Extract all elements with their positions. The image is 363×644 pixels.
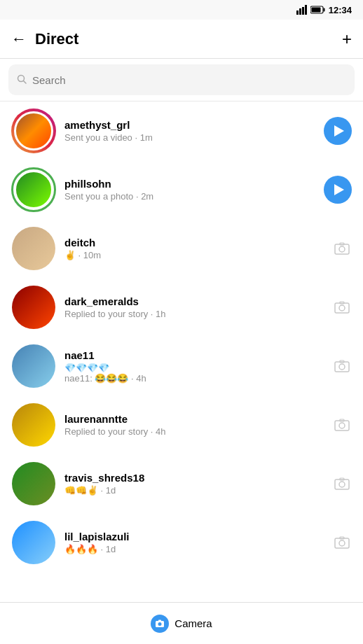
message-preview: ✌️ · 10m bbox=[64, 250, 325, 260]
avatar-story-ring-green bbox=[11, 167, 56, 212]
svg-point-16 bbox=[339, 364, 345, 370]
search-bar bbox=[8, 64, 355, 95]
message-preview-line2: nae11: 😂😂😂 · 4h bbox=[64, 373, 325, 384]
status-bar: 12:34 bbox=[0, 0, 363, 20]
message-username: travis_shreds18 bbox=[64, 472, 325, 484]
battery-icon bbox=[310, 6, 326, 14]
svg-line-8 bbox=[24, 80, 27, 83]
message-username: laurenanntte bbox=[64, 413, 325, 425]
camera-bar[interactable]: Camera bbox=[0, 602, 363, 644]
message-preview: 🔥🔥🔥 · 1d bbox=[64, 544, 325, 554]
list-item[interactable]: deitch ✌️ · 10m bbox=[0, 219, 363, 278]
play-button[interactable] bbox=[324, 176, 352, 204]
message-content: dark_emeralds Replied to your story · 1h bbox=[64, 295, 325, 319]
camera-bottom-icon bbox=[151, 615, 169, 633]
svg-point-13 bbox=[339, 305, 345, 311]
message-username: dark_emeralds bbox=[64, 295, 325, 307]
back-button[interactable]: ← bbox=[11, 30, 27, 48]
message-preview: Sent you a photo · 2m bbox=[64, 191, 317, 202]
status-icons: 12:34 bbox=[296, 5, 352, 15]
new-message-button[interactable]: + bbox=[342, 29, 352, 49]
avatar-container bbox=[11, 108, 56, 153]
svg-rect-5 bbox=[323, 8, 324, 12]
avatar bbox=[12, 462, 55, 505]
message-preview: Replied to your story · 1h bbox=[64, 309, 325, 319]
camera-icon[interactable] bbox=[332, 356, 352, 376]
message-content: nae11 💎💎💎💎 nae11: 😂😂😂 · 4h bbox=[64, 349, 325, 384]
svg-rect-1 bbox=[299, 8, 301, 15]
svg-rect-6 bbox=[311, 8, 320, 13]
signal-icon bbox=[296, 5, 308, 15]
list-item[interactable]: dark_emeralds Replied to your story · 1h bbox=[0, 278, 363, 337]
avatar bbox=[12, 286, 55, 329]
message-list: amethyst_grl Sent you a video · 1m phill… bbox=[0, 102, 363, 603]
svg-rect-24 bbox=[335, 538, 349, 548]
message-content: amethyst_grl Sent you a video · 1m bbox=[64, 119, 317, 143]
svg-rect-9 bbox=[335, 244, 349, 254]
avatar-container bbox=[11, 285, 56, 330]
svg-point-22 bbox=[339, 482, 345, 487]
search-input[interactable] bbox=[32, 74, 346, 86]
svg-rect-2 bbox=[302, 7, 304, 15]
status-time: 12:34 bbox=[329, 5, 352, 15]
camera-icon[interactable] bbox=[332, 415, 352, 435]
message-username: phillsohn bbox=[64, 178, 317, 190]
list-item[interactable]: nae11 💎💎💎💎 nae11: 😂😂😂 · 4h bbox=[0, 337, 363, 396]
avatar bbox=[14, 170, 53, 209]
svg-rect-0 bbox=[296, 10, 299, 15]
list-item[interactable]: travis_shreds18 👊👊✌️ · 1d bbox=[0, 454, 363, 513]
play-icon bbox=[334, 125, 344, 136]
list-item[interactable]: lil_lapislazuli 🔥🔥🔥 · 1d bbox=[0, 513, 363, 572]
svg-point-10 bbox=[339, 246, 345, 252]
avatar-story-ring bbox=[11, 108, 56, 153]
avatar-container bbox=[11, 520, 56, 565]
avatar bbox=[12, 344, 55, 388]
avatar-wrap bbox=[11, 167, 56, 212]
svg-rect-12 bbox=[335, 303, 349, 313]
avatar-container bbox=[11, 167, 56, 212]
avatar-container bbox=[11, 226, 56, 271]
svg-point-19 bbox=[339, 423, 345, 428]
svg-rect-3 bbox=[305, 5, 307, 15]
page-title: Direct bbox=[35, 30, 342, 48]
svg-rect-21 bbox=[335, 479, 349, 489]
search-icon bbox=[17, 74, 27, 86]
message-content: phillsohn Sent you a photo · 2m bbox=[64, 178, 317, 202]
avatar-container bbox=[11, 344, 56, 388]
message-preview-line1: 💎💎💎💎 bbox=[64, 363, 325, 373]
list-item[interactable]: laurenanntte Replied to your story · 4h bbox=[0, 396, 363, 454]
avatar bbox=[12, 227, 55, 270]
list-item[interactable]: amethyst_grl Sent you a video · 1m bbox=[0, 102, 363, 160]
avatar-container bbox=[11, 402, 56, 447]
header: ← Direct + bbox=[0, 20, 363, 59]
camera-icon[interactable] bbox=[332, 298, 352, 317]
avatar bbox=[12, 521, 55, 564]
message-preview: Sent you a video · 1m bbox=[64, 132, 317, 143]
svg-rect-29 bbox=[158, 620, 161, 621]
camera-icon[interactable] bbox=[332, 474, 352, 493]
camera-icon[interactable] bbox=[332, 533, 352, 552]
svg-rect-18 bbox=[335, 421, 349, 430]
message-preview: 👊👊✌️ · 1d bbox=[64, 485, 325, 496]
message-content: deitch ✌️ · 10m bbox=[64, 237, 325, 260]
play-icon bbox=[334, 184, 344, 195]
camera-label: Camera bbox=[174, 617, 212, 629]
message-username: deitch bbox=[64, 237, 325, 248]
message-username: nae11 bbox=[64, 349, 325, 361]
message-content: travis_shreds18 👊👊✌️ · 1d bbox=[64, 472, 325, 496]
message-content: laurenanntte Replied to your story · 4h bbox=[64, 413, 325, 437]
svg-rect-15 bbox=[335, 362, 349, 372]
avatar bbox=[12, 403, 55, 447]
avatar-container bbox=[11, 461, 56, 506]
message-username: amethyst_grl bbox=[64, 119, 317, 131]
svg-point-28 bbox=[158, 622, 162, 626]
message-username: lil_lapislazuli bbox=[64, 531, 325, 542]
camera-icon[interactable] bbox=[332, 239, 352, 258]
avatar bbox=[14, 111, 53, 150]
message-content: lil_lapislazuli 🔥🔥🔥 · 1d bbox=[64, 531, 325, 554]
list-item[interactable]: phillsohn Sent you a photo · 2m bbox=[0, 160, 363, 219]
play-button[interactable] bbox=[324, 117, 352, 145]
message-preview: Replied to your story · 4h bbox=[64, 426, 325, 437]
svg-point-25 bbox=[339, 540, 345, 546]
